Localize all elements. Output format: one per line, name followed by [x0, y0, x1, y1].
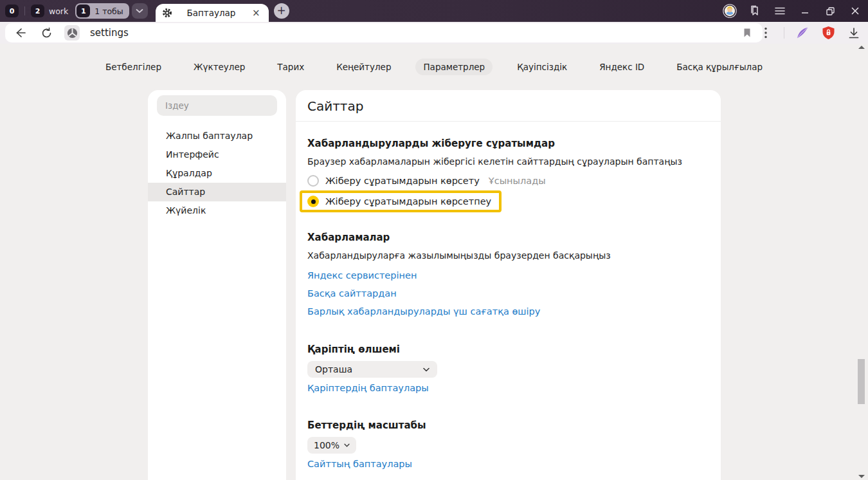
page-scrollbar[interactable]	[857, 44, 866, 480]
nav-tab-history[interactable]: Тарих	[269, 59, 312, 75]
link-other-sites[interactable]: Басқа сайттардан	[307, 288, 397, 299]
sidebar-item-tools[interactable]: Құралдар	[148, 164, 286, 183]
link-font-settings[interactable]: Қаріптердің баптаулары	[307, 383, 429, 393]
scrollbar-down-arrow[interactable]	[858, 475, 865, 478]
sidebar-item-sites[interactable]: Сайттар	[148, 183, 286, 201]
downloads-icon[interactable]	[846, 25, 862, 41]
page-zoom-select[interactable]: 100%	[307, 437, 356, 454]
gear-icon	[162, 8, 172, 18]
settings-main-panel: Сайттар Хабарландыруларды жіберуге сұрат…	[296, 90, 721, 480]
page-zoom-select-value: 100%	[314, 440, 339, 450]
window-restore-button[interactable]	[820, 2, 840, 20]
radio-option-hide-label: Жіберу сұратымдарын көрсетпеу	[325, 196, 491, 207]
notification-requests-description: Браузер хабарламаларын жібергісі келетін…	[307, 156, 708, 167]
chevron-down-icon	[136, 8, 143, 14]
bookmarks-panel-icon[interactable]	[745, 2, 764, 20]
browser-menu-icon[interactable]	[770, 2, 790, 20]
chevron-down-icon	[344, 443, 350, 447]
tab-close-icon[interactable]: ×	[250, 7, 262, 19]
link-yandex-services[interactable]: Яндекс сервистерінен	[307, 270, 417, 281]
nav-tab-settings[interactable]: Параметрлер	[415, 59, 493, 75]
notification-requests-heading: Хабарландыруларды жіберуге сұратымдар	[307, 138, 708, 149]
search-input[interactable]	[165, 100, 262, 111]
workspace-active-label: 1 тобы	[95, 6, 123, 16]
main-header: Сайттар	[296, 90, 721, 122]
scrollbar-thumb[interactable]	[858, 359, 865, 404]
workspace-badge-work-count[interactable]: 2	[31, 5, 44, 17]
browser-tab-settings[interactable]: Баптаулар ×	[156, 4, 269, 22]
window-header: 0 2 work 1 1 тобы Баптаулар × +	[0, 0, 868, 22]
url-input[interactable]: settings	[90, 27, 729, 39]
browser-toolbar: settings	[0, 22, 868, 44]
radio-unselected-icon[interactable]	[307, 175, 319, 187]
page-title: Сайттар	[307, 98, 721, 114]
link-mute-all-notifications[interactable]: Барлық хабарландыруларды үш сағатқа өшір…	[307, 306, 540, 317]
font-size-heading: Қаріптің өлшемі	[307, 344, 708, 355]
bookmark-flag-icon[interactable]	[739, 25, 755, 41]
radio-option-show-label: Жіберу сұратымдарын көрсету	[325, 176, 480, 186]
extension-feather-icon[interactable]	[795, 25, 810, 41]
link-site-settings[interactable]: Сайттың баптаулары	[307, 459, 412, 469]
window-close-button[interactable]	[845, 2, 865, 20]
workspace-active-badge: 1	[77, 5, 90, 17]
chevron-down-icon	[423, 367, 429, 372]
sidebar-item-interface[interactable]: Интерфейс	[148, 145, 286, 164]
toolbar-divider	[784, 27, 784, 39]
sidebar-list: Жалпы баптаулар Интерфейс Құралдар Сайтт…	[148, 127, 286, 220]
scrollbar-up-arrow[interactable]	[858, 46, 865, 49]
recommended-badge: Ұсынылады	[489, 176, 546, 186]
nav-tab-bookmarks[interactable]: Бетбелгілер	[98, 59, 169, 75]
site-favicon-yandex[interactable]	[64, 25, 80, 41]
sidebar-item-general[interactable]: Жалпы баптаулар	[148, 127, 286, 145]
nav-tab-other-devices[interactable]: Басқа құрылғылар	[669, 59, 770, 75]
radio-option-show-requests[interactable]: Жіберу сұратымдарын көрсету Ұсынылады	[307, 175, 708, 187]
address-bar[interactable]: settings	[5, 23, 763, 42]
sidebar-search[interactable]	[157, 95, 277, 116]
workspace-dropdown-button[interactable]	[132, 3, 148, 19]
nav-tab-security[interactable]: Қауіпсіздік	[509, 59, 575, 75]
nav-tab-yandex-id[interactable]: Яндекс ID	[592, 59, 652, 75]
workspace-divider	[24, 6, 25, 15]
nav-tab-downloads[interactable]: Жүктеулер	[186, 59, 253, 75]
radio-selected-icon[interactable]	[307, 196, 319, 207]
adblock-shield-icon[interactable]	[820, 25, 836, 41]
font-size-select-value: Орташа	[315, 364, 352, 374]
back-icon[interactable]	[13, 25, 28, 41]
nav-tab-extensions[interactable]: Кеңейтулер	[329, 59, 399, 75]
window-minimize-button[interactable]	[795, 2, 815, 20]
tutorial-highlight-box: Жіберу сұратымдарын көрсетпеу	[300, 190, 502, 212]
font-size-select[interactable]: Орташа	[307, 361, 437, 378]
notifications-heading: Хабарламалар	[307, 232, 708, 243]
radio-option-hide-requests[interactable]: Жіберу сұратымдарын көрсетпеу	[307, 196, 491, 207]
tab-title: Баптаулар	[172, 8, 250, 18]
workspace-active-pill[interactable]: 1 1 тобы	[75, 3, 129, 19]
notifications-description: Хабарландыруларға жазылымыңызды браузерд…	[307, 250, 708, 261]
settings-nav: Бетбелгілер Жүктеулер Тарих Кеңейтулер П…	[0, 59, 868, 75]
toolbar-kebab-menu-icon[interactable]	[758, 25, 773, 41]
reload-icon[interactable]	[39, 25, 54, 41]
workspace-work-label[interactable]: work	[49, 6, 68, 16]
page-zoom-heading: Беттердің масштабы	[307, 420, 708, 431]
workspace-badge-zero[interactable]: 0	[5, 5, 19, 17]
sidebar-item-system[interactable]: Жүйелік	[148, 201, 286, 220]
settings-sidebar: Жалпы баптаулар Интерфейс Құралдар Сайтт…	[148, 90, 286, 480]
new-tab-button[interactable]: +	[274, 3, 289, 19]
profile-avatar[interactable]	[720, 2, 739, 20]
